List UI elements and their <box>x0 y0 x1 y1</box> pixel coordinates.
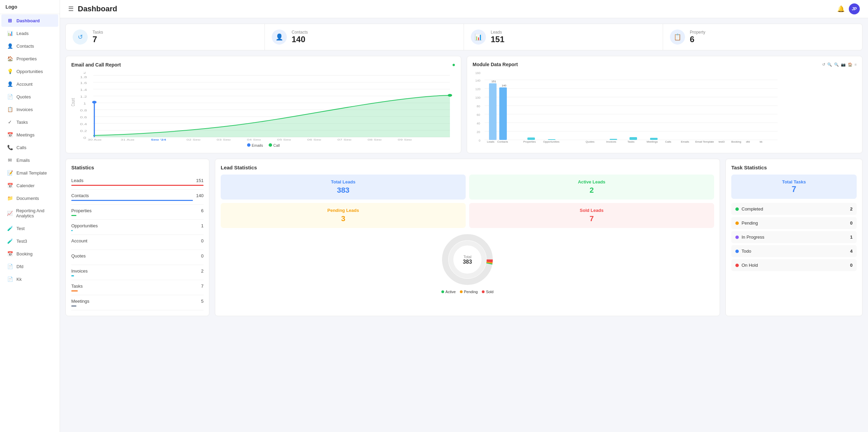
menu-icon[interactable]: ☰ <box>68 5 74 13</box>
sidebar-item-label: Leads <box>16 31 28 36</box>
task-item-in-progress: In Progress 1 <box>731 231 857 243</box>
zoom-out-icon[interactable]: 🔍 <box>827 62 832 67</box>
sidebar-item-test[interactable]: 🧪Test <box>1 222 58 235</box>
svg-point-23 <box>448 94 452 97</box>
sidebar-item-label: Dashboard <box>16 18 40 23</box>
sidebar-item-properties[interactable]: 🏠Properties <box>1 52 58 65</box>
svg-rect-60 <box>629 137 637 140</box>
sidebar-item-opportunities[interactable]: 💡Opportunities <box>1 65 58 77</box>
module-bar-chart: 0 20 40 60 80 100 120 140 160 <box>473 71 857 147</box>
test-icon: 🧪 <box>7 226 13 231</box>
opportunities-icon: 💡 <box>7 69 13 74</box>
sidebar-item-dfd[interactable]: 📄Dfd <box>1 260 58 273</box>
camera-icon[interactable]: 📷 <box>841 62 846 67</box>
total-leads-value: 383 <box>225 186 461 195</box>
sidebar-item-label: Test3 <box>16 239 27 244</box>
chart-legend: Emails Call <box>71 143 455 147</box>
total-leads-box: Total Leads 383 <box>221 175 466 200</box>
contacts-icon: 👤 <box>7 43 13 49</box>
task-item-pending: Pending 0 <box>731 217 857 229</box>
svg-text:04 Sep: 04 Sep <box>247 138 261 141</box>
statistics-item-tasks: Tasks 7 <box>71 280 204 295</box>
svg-text:Tasks: Tasks <box>627 140 634 143</box>
svg-text:0.2: 0.2 <box>80 129 87 133</box>
zoom-in-icon[interactable]: 🔍 <box>834 62 839 67</box>
task-item-label: In Progress <box>742 235 764 240</box>
email-call-report-title: Email and Call Report ● <box>71 62 455 68</box>
sidebar-item-reporting[interactable]: 📈Reporting And Analytics <box>1 205 58 222</box>
svg-text:151: 151 <box>491 80 496 83</box>
sidebar-item-account[interactable]: 👤Account <box>1 78 58 90</box>
emails-icon: ✉ <box>7 157 13 163</box>
sidebar-item-test3[interactable]: 🧪Test3 <box>1 235 58 247</box>
sidebar-item-emails[interactable]: ✉Emails <box>1 154 58 166</box>
task-item-label: Pending <box>742 220 758 226</box>
task-item-count: 0 <box>850 220 853 226</box>
sidebar-item-quotes[interactable]: 📄Quotes <box>1 91 58 103</box>
avatar[interactable]: JP <box>849 3 860 14</box>
sidebar-item-label: Emails <box>16 158 30 163</box>
sidebar-item-contacts[interactable]: 👤Contacts <box>1 40 58 52</box>
task-item-count: 2 <box>850 206 853 212</box>
sidebar-item-calls[interactable]: 📞Calls <box>1 141 58 154</box>
zoom-reset-icon[interactable]: ↺ <box>822 62 825 67</box>
sidebar-item-kk[interactable]: 📄Kk <box>1 273 58 285</box>
svg-text:1: 1 <box>83 102 86 105</box>
task-item-label: Todo <box>742 249 751 254</box>
chart-toolbar[interactable]: ↺ 🔍 🔍 📷 🏠 ≡ <box>822 62 857 67</box>
sidebar-item-documents[interactable]: 📁Documents <box>1 192 58 204</box>
contacts-icon: 👤 <box>272 29 287 45</box>
task-dot <box>735 236 739 239</box>
home-icon[interactable]: 🏠 <box>848 62 853 67</box>
task-item-todo: Todo 4 <box>731 245 857 257</box>
sidebar-item-meetings[interactable]: 📅Meetings <box>1 129 58 141</box>
statistics-item-account: Account 0 <box>71 235 204 250</box>
svg-text:08 Sep: 08 Sep <box>368 138 382 141</box>
statistics-item-leads: Leads 151 <box>71 175 204 190</box>
svg-text:Calls: Calls <box>665 140 671 143</box>
sidebar-item-calender[interactable]: 📅Calender <box>1 179 58 192</box>
kk-icon: 📄 <box>7 276 13 282</box>
svg-text:kk: kk <box>760 140 763 143</box>
sidebar-item-label: Account <box>16 82 33 87</box>
test3-icon: 🧪 <box>7 238 13 244</box>
stat-value-property: 6 <box>690 35 705 44</box>
svg-text:140: 140 <box>502 84 506 87</box>
tasks-icon: ✓ <box>7 119 13 125</box>
svg-text:Properties: Properties <box>523 140 536 143</box>
account-icon: 👤 <box>7 81 13 87</box>
stat-item-label: Invoices <box>71 268 88 274</box>
sidebar-item-email-template[interactable]: 📝Email Template <box>1 167 58 179</box>
svg-text:Leads: Leads <box>487 140 494 143</box>
sold-leads-box: Sold Leads 7 <box>469 203 714 228</box>
menu-dots-icon[interactable]: ≡ <box>855 62 857 67</box>
sidebar-item-booking[interactable]: 📅Booking <box>1 248 58 260</box>
sidebar-item-label: Booking <box>16 251 33 256</box>
bell-icon[interactable]: 🔔 <box>837 5 845 13</box>
sidebar-item-invoices[interactable]: 📋Invoices <box>1 103 58 116</box>
stat-item-value: 0 <box>201 253 204 259</box>
sidebar-item-label: Email Template <box>16 170 47 176</box>
total-tasks-label: Total Tasks <box>736 179 852 184</box>
svg-text:06 Sep: 06 Sep <box>307 138 321 141</box>
documents-icon: 📁 <box>7 195 13 201</box>
svg-text:40: 40 <box>477 122 480 125</box>
sidebar-item-leads[interactable]: 📊Leads <box>1 27 58 39</box>
sidebar-item-dashboard[interactable]: ⊞Dashboard <box>1 14 58 27</box>
sold-leads-value: 7 <box>474 214 709 223</box>
task-item-count: 0 <box>850 263 853 268</box>
stat-item-bar <box>71 200 193 201</box>
sidebar-item-tasks[interactable]: ✓Tasks <box>1 116 58 128</box>
svg-text:100: 100 <box>475 96 480 99</box>
header-icons: 🔔 JP <box>837 3 860 14</box>
sidebar-item-label: Kk <box>16 277 22 282</box>
email-call-chart: 0 0.2 0.4 0.6 0.8 1 1.2 1.4 1.6 1.8 2 <box>71 72 455 147</box>
stat-item-value: 1 <box>201 223 204 228</box>
active-leads-value: 2 <box>474 186 709 195</box>
email-call-report-card: Email and Call Report ● 0 0.2 0.4 0.6 0.… <box>65 56 461 153</box>
booking-icon: 📅 <box>7 251 13 256</box>
stat-item-bar <box>71 230 73 231</box>
svg-text:03 Sep: 03 Sep <box>217 138 231 141</box>
svg-rect-59 <box>610 139 617 140</box>
charts-row: Email and Call Report ● 0 0.2 0.4 0.6 0.… <box>65 56 863 153</box>
